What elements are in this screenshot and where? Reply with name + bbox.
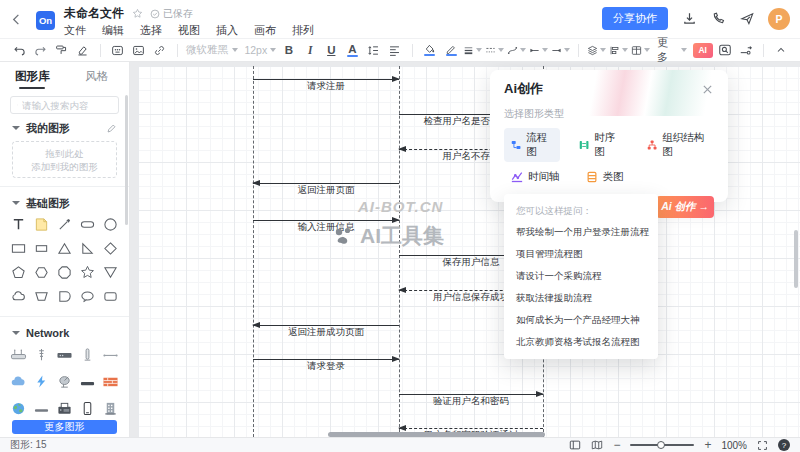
align-objects-button[interactable] [609,41,628,59]
shape-search-box[interactable] [10,96,119,114]
menu-file[interactable]: 文件 [64,23,86,38]
section-my-shapes[interactable]: 我的图形 [0,118,129,138]
type-sequence[interactable]: 时序图 [572,128,628,162]
ai-assistant-button[interactable]: AI [693,43,713,58]
connector-type-button[interactable] [507,41,526,59]
net-smartphone[interactable] [76,398,99,419]
phone-icon[interactable] [710,11,726,27]
download-icon[interactable] [681,11,697,27]
theme-button[interactable] [587,41,606,59]
seq-message[interactable]: 返回注册成功页面 [253,325,399,326]
seq-message[interactable]: 请求注册 [253,79,399,80]
undo-button[interactable] [10,41,28,59]
search-input[interactable] [22,100,112,111]
collapse-toolbar-icon[interactable] [772,41,790,59]
vertical-scrollbar[interactable] [794,230,798,288]
seq-message[interactable]: 用户名和密码验证通过 [399,428,543,429]
lifeline-user[interactable] [253,66,254,437]
pages-icon[interactable] [569,439,581,451]
arrow-start-button[interactable] [529,41,548,59]
format-painter-icon[interactable] [52,41,70,59]
tab-style[interactable]: 风格 [65,62,130,87]
suggestion-item[interactable]: 获取法律援助流程 [504,287,658,309]
shape-note[interactable] [30,214,53,235]
my-shapes-dropzone[interactable]: 拖到此处 添加到我的图形 [12,141,117,178]
app-logo[interactable]: On [36,11,55,30]
menu-edit[interactable]: 编辑 [102,23,124,38]
document-title[interactable]: 未命名文件 [64,5,124,22]
italic-button[interactable]: I [301,41,319,59]
lifeline-system[interactable] [399,66,400,437]
suggestion-item[interactable]: 请设计一个采购流程 [504,265,658,287]
more-shapes-button[interactable]: 更多图形 [12,420,117,434]
link-icon[interactable] [151,41,169,59]
zoom-level[interactable]: 100% [721,440,747,451]
net-cloud[interactable] [7,371,30,392]
shape-hexagon[interactable] [30,262,53,283]
net-router[interactable] [7,344,30,365]
seq-message[interactable]: 返回注册页面 [253,183,399,184]
shape-inverted-triangle[interactable] [99,262,122,283]
section-network[interactable]: Network [0,323,129,343]
font-family-select[interactable]: 微软雅黑 [186,43,241,57]
suggestion-item[interactable]: 项目管理流程图 [504,243,658,265]
zoom-out-button[interactable]: − [613,440,620,450]
redo-button[interactable] [31,41,49,59]
shape-cloud[interactable] [7,286,30,307]
suggestion-item[interactable]: 帮我绘制一个用户登录注册流程 [504,221,658,243]
net-server[interactable] [53,344,76,365]
shape-ellipse[interactable] [76,286,99,307]
zoom-in-button[interactable]: + [704,440,711,450]
zoom-slider-knob[interactable] [657,441,665,449]
arrow-end-button[interactable] [551,41,570,59]
shape-right-triangle[interactable] [76,238,99,259]
text-align-button[interactable] [386,41,404,59]
shape-trapezoid[interactable] [30,286,53,307]
line-color-button[interactable] [442,41,460,59]
section-basic-shapes[interactable]: 基础图形 [0,193,129,213]
shape-octagon[interactable] [53,262,76,283]
shape-rounded-rect[interactable] [99,286,122,307]
net-firewall[interactable] [99,371,122,392]
suggestion-item[interactable]: 北京教师资格考试报名流程图 [504,331,658,353]
shape-rectangle-2[interactable] [30,238,53,259]
back-button[interactable] [10,13,24,27]
sidebar-scrollbar[interactable] [125,95,128,225]
net-fax[interactable] [53,398,76,419]
shape-pen[interactable] [53,214,76,235]
share-collab-button[interactable]: 分享协作 [602,7,668,30]
find-replace-icon[interactable] [716,41,734,59]
seq-message[interactable]: 验证用户名和密码 [399,394,543,395]
net-cable[interactable] [99,344,122,365]
seq-message[interactable]: 输入注册信息 [253,220,399,221]
line-weight-button[interactable] [463,41,482,59]
zoom-slider[interactable] [630,444,694,446]
menu-arrange[interactable]: 排列 [292,23,314,38]
net-antenna[interactable] [76,344,99,365]
shape-star[interactable] [76,262,99,283]
send-icon[interactable] [739,11,755,27]
minimap-icon[interactable] [591,439,603,451]
shape-rectangle[interactable] [7,238,30,259]
frame-icon[interactable] [109,41,127,59]
shape-rounded[interactable] [53,286,76,307]
font-color-button[interactable]: A [343,41,361,59]
shape-diamond[interactable] [99,238,122,259]
ai-create-button[interactable]: Ai 创作 → [656,196,714,218]
menu-canvas[interactable]: 画布 [254,23,276,38]
net-lightning[interactable] [30,371,53,392]
help-button[interactable]: ? [778,439,790,451]
seq-message[interactable]: 请求登录 [253,359,399,360]
shape-triangle[interactable] [53,238,76,259]
shape-pill[interactable] [76,214,99,235]
line-height-button[interactable] [365,41,383,59]
avatar[interactable]: P [768,8,790,30]
star-icon[interactable] [131,8,143,20]
suggestion-item[interactable]: 如何成长为一个产品经理大神 [504,309,658,331]
shape-circle[interactable] [99,214,122,235]
net-satellite-dish[interactable] [53,371,76,392]
image-icon[interactable] [130,41,148,59]
menu-insert[interactable]: 插入 [216,23,238,38]
fullscreen-icon[interactable] [757,440,768,451]
menu-view[interactable]: 视图 [178,23,200,38]
